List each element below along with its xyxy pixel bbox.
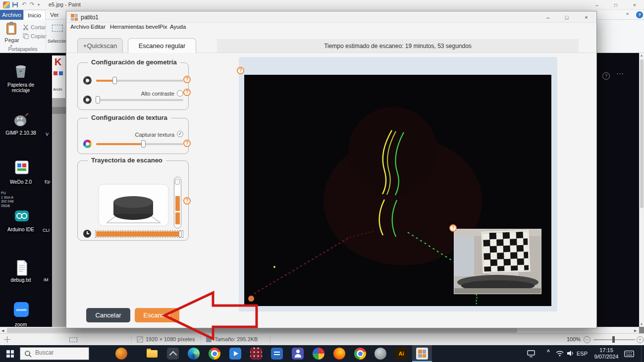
scanner-maximize-button[interactable]: □ <box>557 11 576 23</box>
blue-doc-app-icon[interactable] <box>271 348 283 360</box>
high-contrast-help-icon[interactable]: ? <box>183 89 191 96</box>
texture-help-icon[interactable]: ? <box>183 140 191 147</box>
touch-keyboard-icon[interactable] <box>624 351 634 357</box>
menu-editar[interactable]: Editar <box>91 24 106 30</box>
height-slider-handle[interactable] <box>175 179 180 185</box>
zoom-in-button[interactable]: + <box>637 336 644 343</box>
cut-button[interactable]: Cortar <box>23 24 46 31</box>
zoom-app-icon: zoom <box>14 302 29 317</box>
stats-overlay: PU 1 Slot-A 302 048 05GB <box>1 191 13 208</box>
scanner-close-button[interactable]: × <box>576 11 596 23</box>
desktop-icon-label[interactable]: debug.txt <box>0 277 42 283</box>
scan-duration-icon <box>83 230 91 238</box>
undo-button[interactable]: ↶ <box>22 1 26 7</box>
edge-icon[interactable] <box>188 348 200 360</box>
dark-app-icon[interactable] <box>167 348 179 360</box>
volume-icon[interactable] <box>567 350 574 357</box>
hidden-icons-chevron[interactable]: ^ <box>547 349 550 355</box>
tray-date: 9/07/2024 <box>590 354 622 360</box>
wifi-icon[interactable] <box>556 351 564 357</box>
language-indicator[interactable]: ESP <box>577 351 588 357</box>
window-fragment-strip <box>52 98 66 327</box>
copy-icon <box>23 33 29 39</box>
desktop-icon-label[interactable]: zoom <box>0 322 42 327</box>
turntable-graphic <box>98 183 169 227</box>
search-input[interactable] <box>35 349 85 356</box>
show-desktop-divider[interactable] <box>641 345 642 362</box>
scanner-app-taskbar-icon[interactable] <box>416 348 428 360</box>
image-size-icon <box>137 336 143 343</box>
geometry-help-icon[interactable]: ? <box>183 76 191 83</box>
ribbon-collapse-icon[interactable]: ^ <box>626 12 629 17</box>
scroll-down-icon[interactable]: ▼ <box>640 323 643 326</box>
maroon-app-icon[interactable] <box>250 348 262 360</box>
scroll-up-icon[interactable]: ▲ <box>640 54 643 57</box>
taskbar-search[interactable] <box>20 347 89 360</box>
geometry-slider2-track[interactable] <box>96 99 183 101</box>
inset-help-icon[interactable]: ? <box>449 224 457 232</box>
display-tray-icon[interactable] <box>527 350 535 358</box>
partial-icon-label: Ep <box>45 179 50 184</box>
menu-archivo[interactable]: Archivo <box>70 24 89 30</box>
capture-texture-checkbox[interactable]: ✓ <box>177 131 183 137</box>
desktop-icon-label[interactable]: Arduino IDE <box>0 227 42 232</box>
copy-button[interactable]: Copiar <box>23 33 46 40</box>
menu-ayuda[interactable]: Ayuda <box>170 24 186 30</box>
v-scrollbar-thumb[interactable] <box>640 59 644 208</box>
tab-archivo[interactable]: Archivo <box>0 10 23 20</box>
v-scrollbar[interactable]: ▲ ▼ <box>639 53 644 327</box>
high-contrast-checkbox[interactable] <box>177 90 183 97</box>
taskbar: Ai ^ ESP 17:15 9/07/2024 <box>0 345 644 362</box>
illustrator-icon[interactable]: Ai <box>395 348 407 360</box>
tab-ver[interactable]: Ver <box>46 10 63 20</box>
desktop-icon-label[interactable]: Papelera de reciclaje <box>0 82 42 93</box>
tab-inicio[interactable]: Inicio <box>23 10 46 20</box>
rotation-slider[interactable] <box>95 230 183 238</box>
tab-regular[interactable]: Escaneo regular <box>128 38 196 53</box>
save-button[interactable] <box>12 2 18 7</box>
scanner-minimize-button[interactable]: – <box>538 11 557 23</box>
menu-herramientas[interactable]: Herramientas <box>110 24 144 30</box>
clock[interactable]: 17:15 9/07/2024 <box>590 347 622 361</box>
tab-quickscan[interactable]: +Quickscan <box>77 38 123 52</box>
pinwheel-app-icon[interactable] <box>313 348 324 360</box>
screenshot-help-icon: ? <box>602 72 610 80</box>
scanner-titlebar[interactable]: patito1 – □ × <box>66 11 596 23</box>
paint-restore-button[interactable]: □ <box>606 0 625 10</box>
preview-help-icon[interactable]: ? <box>237 67 244 74</box>
selection-size-icon <box>69 337 77 342</box>
geometry-slider-handle[interactable] <box>112 77 117 84</box>
clipboard-section-label: Portapapeles <box>2 47 44 52</box>
zoom-slider-thumb[interactable] <box>612 336 615 343</box>
desktop-icon-label[interactable]: GIMP 2.10.38 <box>0 130 42 136</box>
teams-icon[interactable] <box>292 348 304 360</box>
geometry-slider2-handle[interactable] <box>96 96 100 103</box>
height-slider-fill <box>175 212 180 224</box>
gray-app-icon[interactable] <box>375 348 386 360</box>
rotation-slider-handle[interactable] <box>179 231 182 237</box>
cancel-button[interactable]: Cancelar <box>86 308 130 322</box>
scroll-right-icon[interactable]: ▶ <box>634 329 637 333</box>
scan-path-group: Trayectoria de escaneo ? <box>77 160 189 241</box>
blue-media-app-icon[interactable] <box>229 348 241 360</box>
zoom-out-button[interactable]: – <box>584 336 590 343</box>
taskbar-seasonal-icon[interactable] <box>115 348 127 360</box>
annotation-arrow <box>159 287 263 346</box>
chrome-icon-2[interactable] <box>354 348 366 360</box>
texture-slider-handle[interactable] <box>141 140 146 148</box>
text-file-icon <box>14 259 30 279</box>
quickaccess-dropdown-icon[interactable]: ▾ <box>38 2 40 7</box>
height-slider[interactable] <box>174 177 181 228</box>
scroll-left-icon[interactable]: ◀ <box>1 329 4 333</box>
start-button[interactable] <box>6 350 14 358</box>
orange-browser-icon[interactable] <box>333 348 345 360</box>
redo-button[interactable]: ↷ <box>30 1 34 7</box>
paint-minimize-button[interactable]: – <box>588 0 606 10</box>
paint-help-icon[interactable]: ? <box>636 11 643 18</box>
menu-bevelpix[interactable]: bevelPix <box>146 24 167 30</box>
paint-close-button[interactable]: × <box>625 0 644 10</box>
chrome-icon[interactable] <box>209 348 220 360</box>
desktop-icon-label[interactable]: WeDo 2.0 <box>0 179 42 185</box>
file-explorer-icon[interactable] <box>146 348 158 360</box>
path-help-icon[interactable]: ? <box>183 197 191 205</box>
